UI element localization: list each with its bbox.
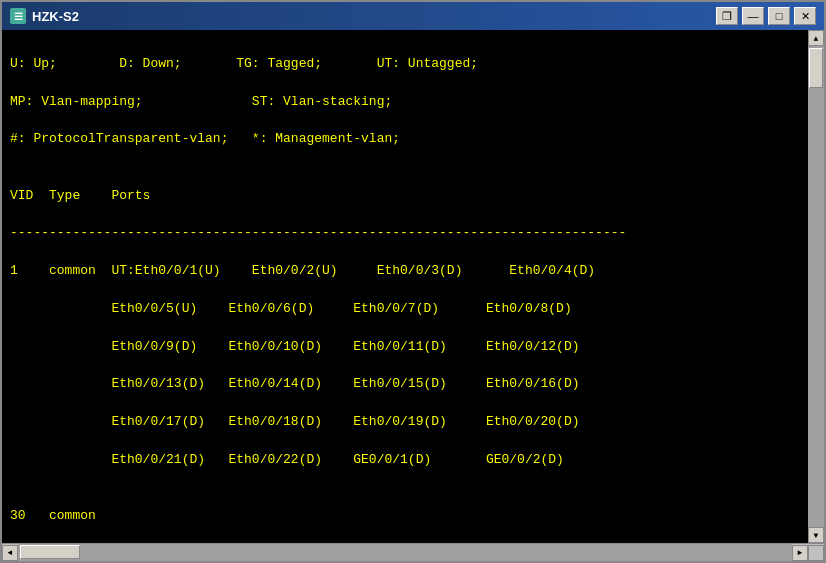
scroll-down-button[interactable]: ▼ bbox=[808, 527, 824, 543]
vertical-scrollbar[interactable]: ▲ ▼ bbox=[808, 30, 824, 543]
ports-header: VID Type Ports bbox=[10, 187, 804, 206]
vlan1-ports-line6: Eth0/0/21(D) Eth0/0/22(D) GE0/0/1(D) GE0… bbox=[10, 451, 804, 470]
vlan1-ports-line2: Eth0/0/5(U) Eth0/0/6(D) Eth0/0/7(D) Eth0… bbox=[10, 300, 804, 319]
scroll-right-button[interactable]: ► bbox=[792, 545, 808, 561]
vlan1-ports-line4: Eth0/0/13(D) Eth0/0/14(D) Eth0/0/15(D) E… bbox=[10, 375, 804, 394]
title-controls: ❐ — □ ✕ bbox=[716, 7, 816, 25]
scroll-thumb-v[interactable] bbox=[809, 48, 823, 88]
legend-line3: #: ProtocolTransparent-vlan; *: Manageme… bbox=[10, 130, 804, 149]
dash-line1: ----------------------------------------… bbox=[10, 224, 804, 243]
bottom-bar: ◄ ► bbox=[2, 543, 824, 561]
restore-button[interactable]: ❐ bbox=[716, 7, 738, 25]
minimize-button[interactable]: — bbox=[742, 7, 764, 25]
scroll-left-button[interactable]: ◄ bbox=[2, 545, 18, 561]
terminal-content: U: Up; D: Down; TG: Tagged; UT: Untagged… bbox=[10, 36, 804, 543]
title-bar-left: ☰ HZK-S2 bbox=[10, 8, 79, 24]
terminal[interactable]: U: Up; D: Down; TG: Tagged; UT: Untagged… bbox=[2, 30, 824, 543]
vlan30-line: 30 common bbox=[10, 507, 804, 526]
scroll-track-h[interactable] bbox=[18, 544, 792, 561]
scroll-track-v[interactable] bbox=[808, 46, 824, 527]
legend-line1: U: Up; D: Down; TG: Tagged; UT: Untagged… bbox=[10, 55, 804, 74]
scrollbar-corner bbox=[808, 545, 824, 561]
legend-line2: MP: Vlan-mapping; ST: Vlan-stacking; bbox=[10, 93, 804, 112]
vlan1-ports-line3: Eth0/0/9(D) Eth0/0/10(D) Eth0/0/11(D) Et… bbox=[10, 338, 804, 357]
close-button[interactable]: ✕ bbox=[794, 7, 816, 25]
window-icon: ☰ bbox=[10, 8, 26, 24]
horizontal-scrollbar[interactable]: ◄ ► bbox=[2, 544, 824, 561]
maximize-button[interactable]: □ bbox=[768, 7, 790, 25]
window-title: HZK-S2 bbox=[32, 9, 79, 24]
vlan1-ports-line5: Eth0/0/17(D) Eth0/0/18(D) Eth0/0/19(D) E… bbox=[10, 413, 804, 432]
vlan1-ports-line1: 1 common UT:Eth0/0/1(U) Eth0/0/2(U) Eth0… bbox=[10, 262, 804, 281]
scroll-up-button[interactable]: ▲ bbox=[808, 30, 824, 46]
title-bar: ☰ HZK-S2 ❐ — □ ✕ bbox=[2, 2, 824, 30]
main-window: ☰ HZK-S2 ❐ — □ ✕ U: Up; D: Down; TG: Tag… bbox=[0, 0, 826, 563]
scroll-thumb-h[interactable] bbox=[20, 545, 80, 559]
